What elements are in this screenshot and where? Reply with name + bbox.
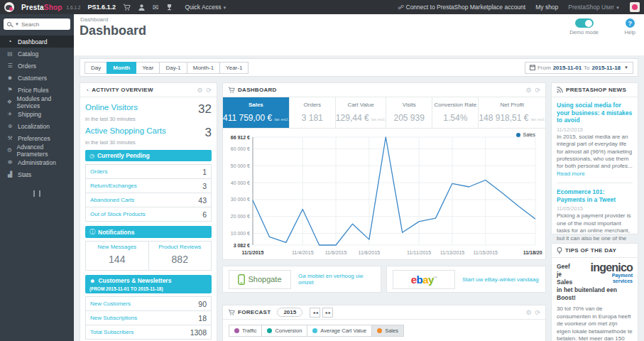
topbar: PrestaShop 1.6.1.2 PS1.6.1.2 ✉ Quick Acc… xyxy=(0,0,644,14)
range-month-1-button[interactable]: Month-1 xyxy=(187,62,220,74)
sidebar-item-price-rules[interactable]: ⚑Price Rules xyxy=(0,84,74,96)
gear-icon[interactable]: ⚙ xyxy=(525,87,531,94)
range-year-1-button[interactable]: Year-1 xyxy=(219,62,249,74)
user-icon[interactable] xyxy=(138,4,146,11)
new-subscriptions-link[interactable]: New Subscriptions xyxy=(90,315,137,321)
prestashop-admin: { "colors": { "accent": "#25b9d7", "acti… xyxy=(0,0,644,341)
total-subscribers-link[interactable]: Total Subscribers xyxy=(90,329,133,335)
sidebar-item-stats[interactable]: ▟Stats xyxy=(0,168,74,180)
help-icon[interactable]: ? xyxy=(626,18,635,28)
pending-rows: Orders1 Return/Exchanges3 Abandoned Cart… xyxy=(85,164,212,222)
search-icon[interactable] xyxy=(7,22,11,26)
out-of-stock-link[interactable]: Out of Stock Products xyxy=(90,211,146,217)
active-carts-link[interactable]: Active Shopping Carts xyxy=(85,126,166,135)
sidebar-item-shipping[interactable]: ✈Shipping xyxy=(0,108,74,120)
pending-returns-value: 3 xyxy=(202,182,207,190)
quick-access-menu[interactable]: Quick Access▼ xyxy=(185,4,227,11)
forecast-chip-conversion[interactable]: Conversion xyxy=(261,325,307,337)
search-input[interactable] xyxy=(21,21,67,28)
ebay-link[interactable]: Start uw eBay-winkel vandaag xyxy=(462,276,539,283)
sidebar-item-advanced-parameters[interactable]: ⚙Advanced Parameters xyxy=(0,144,74,156)
gear-icon[interactable]: ⚙ xyxy=(197,87,202,94)
mail-icon[interactable]: ✉ xyxy=(153,4,158,11)
product-reviews-link[interactable]: Product Reviews xyxy=(151,244,210,250)
forecast-chip-average-cart-value[interactable]: Average Cart Value xyxy=(307,325,372,337)
refresh-icon[interactable]: ⟳ xyxy=(535,87,540,94)
refresh-icon[interactable]: ⟳ xyxy=(206,87,212,94)
book-icon: ▤ xyxy=(6,50,13,57)
sidebar-item-orders[interactable]: ☰Orders xyxy=(0,60,74,72)
chart-legend[interactable]: Sales xyxy=(516,132,535,137)
my-shop-link[interactable]: My shop xyxy=(535,4,558,11)
sidebar-item-customers[interactable]: ☻Customers xyxy=(0,72,74,84)
tip-content[interactable]: ingenico Paymentservices Geef je Sales i… xyxy=(552,258,638,341)
kpi-conversion-rate[interactable]: Conversion Rate 1.54% xyxy=(432,97,479,128)
prestashop-logo-icon[interactable] xyxy=(4,2,14,12)
wrench-icon: ⚒ xyxy=(6,135,13,141)
sidebar-item-catalog[interactable]: ▤Catalog xyxy=(0,48,74,60)
refresh-icon[interactable]: ⟳ xyxy=(535,309,540,316)
range-month-button[interactable]: Month xyxy=(107,62,136,74)
brand-presta: Presta xyxy=(21,4,44,11)
truck-icon: ✈ xyxy=(6,111,13,117)
forecast-chip-traffic[interactable]: Traffic xyxy=(229,325,262,337)
shopgate-banner[interactable]: Shopgate Ga mobiel en verhoog uw omzet xyxy=(222,266,381,293)
kpi-note: tax excl. xyxy=(275,117,289,121)
sidebar-collapse-icon[interactable] xyxy=(33,190,40,197)
kpi-cart-value[interactable]: Cart Value 129,44 € tax excl. xyxy=(336,97,386,128)
demo-mode-toggle[interactable] xyxy=(575,18,594,28)
previous-year-button[interactable]: ◄◄ xyxy=(310,308,320,318)
ebay-wordmark: ebay™ xyxy=(411,274,437,285)
sidebar-item-label: Modules and Services xyxy=(17,95,67,109)
avatar[interactable] xyxy=(630,2,640,12)
activity-panel-title: ACTIVITY OVERVIEW xyxy=(92,87,153,93)
read-more-link[interactable]: Read more xyxy=(557,170,585,177)
pending-returns-link[interactable]: Return/Exchanges xyxy=(90,183,137,189)
new-customers-link[interactable]: New Customers xyxy=(90,301,131,307)
svg-text:10 000 €: 10 000 € xyxy=(231,231,250,236)
shopgate-link[interactable]: Ga mobiel en verhoog uw omzet xyxy=(298,273,375,286)
sidebar-item-administration[interactable]: ☸Administration xyxy=(0,156,74,168)
next-year-button[interactable]: ►► xyxy=(322,308,333,318)
breadcrumb[interactable]: Dashboard xyxy=(80,16,108,23)
range-day-button[interactable]: Day xyxy=(84,62,107,74)
range-year-button[interactable]: Year xyxy=(136,62,160,74)
kpi-label: Conversion Rate xyxy=(432,102,478,108)
trophy-icon[interactable] xyxy=(165,4,173,11)
kpi-net-profit[interactable]: Net Profit 148 918,51 € tax excl. xyxy=(479,97,545,128)
kpi-sales[interactable]: Sales 411 759,00 € tax excl. xyxy=(223,97,290,128)
news-article-title[interactable]: Using social media for your business: 4 … xyxy=(557,102,633,124)
sidebar-item-preferences[interactable]: ⚒Preferences xyxy=(0,132,74,144)
demo-mode-label: Demo mode xyxy=(569,29,599,36)
forecast-dot-1 xyxy=(267,328,272,333)
marketplace-link[interactable]: ☍ Connect to PrestaShop Marketplace acco… xyxy=(398,4,526,11)
new-messages-link[interactable]: New Messages xyxy=(87,244,147,250)
gear-icon[interactable]: ⚙ xyxy=(525,309,531,316)
forecast-year-selector[interactable]: 2015 xyxy=(277,308,302,317)
online-visitors-link[interactable]: Online Visitors xyxy=(85,103,138,112)
date-range-picker[interactable]: From 2015-11-01 To 2015-11-18 ▼ xyxy=(525,62,633,74)
kpi-visits[interactable]: Visits 205 939 xyxy=(386,97,432,128)
customers-date-range: (FROM 2015-11-01 TO 2015-11-18) xyxy=(89,286,207,291)
product-reviews-value: 882 xyxy=(151,254,210,265)
ebay-banner[interactable]: ebay™ Start uw eBay-winkel vandaag xyxy=(386,266,546,293)
dashboard-panel-title: DASHBOARD xyxy=(238,87,277,93)
news-article-title[interactable]: Ecommerce 101: Payments in a Tweet xyxy=(557,188,633,203)
user-menu[interactable]: PrestaShop User▼ xyxy=(568,4,620,11)
abandoned-carts-link[interactable]: Abandoned Carts xyxy=(90,197,134,203)
news-article-date: 11/05/2015 xyxy=(557,205,633,212)
kpi-orders[interactable]: Orders 3 181 xyxy=(290,97,336,128)
svg-text:11/8/2015: 11/8/2015 xyxy=(359,250,381,255)
chevron-down-icon[interactable]: ▼ xyxy=(15,22,19,26)
sidebar-item-localization[interactable]: ⊕Localization xyxy=(0,120,74,132)
table-row: Orders1 xyxy=(85,164,212,179)
range-day-1-button[interactable]: Day-1 xyxy=(159,62,187,74)
pending-orders-link[interactable]: Orders xyxy=(90,168,107,175)
kpi-note: tax excl. xyxy=(531,117,545,121)
sidebar-item-dashboard[interactable]: ◔Dashboard xyxy=(0,36,74,48)
forecast-chip-sales[interactable]: Sales xyxy=(371,325,404,337)
tag-icon: ⚑ xyxy=(6,87,13,93)
to-date: 2015-11-18 xyxy=(592,65,621,71)
sidebar-item-modules[interactable]: ❖Modules and Services xyxy=(0,96,74,108)
cart-icon[interactable] xyxy=(123,4,131,11)
